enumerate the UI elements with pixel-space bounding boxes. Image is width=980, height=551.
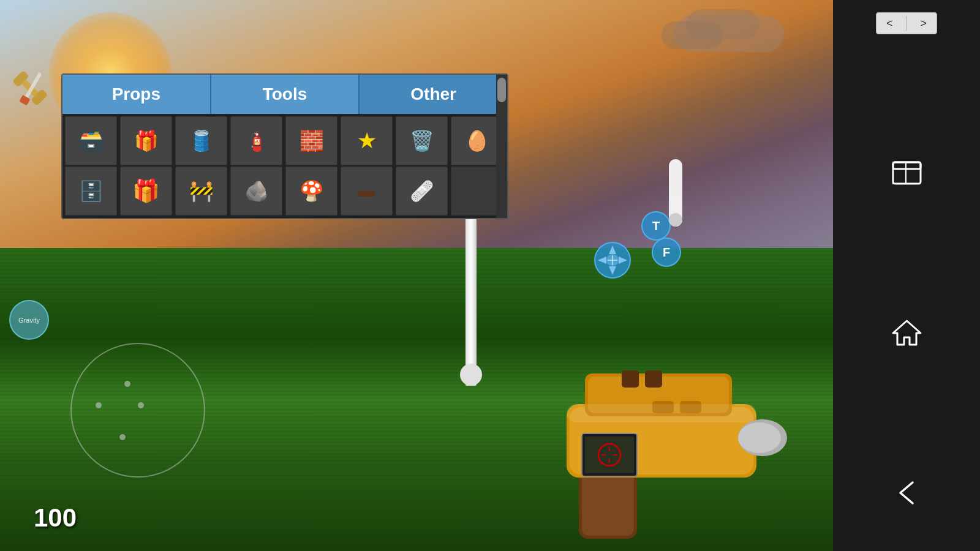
gravity-button[interactable]: Gravity [9,300,49,340]
items-grid: 🗃️ 🎁 🛢️ 🧯 🧱 ★ 🗑️ 🥚 [62,114,507,218]
f-button[interactable]: F [652,238,681,267]
item-empty [451,167,503,216]
game-viewport: Props Tools Other 🗃️ 🎁 🛢️ 🧯 🧱 ★ [0,0,833,551]
svg-rect-35 [893,162,906,184]
svg-point-16 [738,422,781,453]
item-gift-white[interactable]: 🎁 [120,116,172,165]
f-label: F [663,246,670,260]
item-trash-can[interactable]: 🗑️ [396,116,448,165]
back-icon [891,478,922,508]
item-wood-plank[interactable]: ▬ [341,167,393,216]
t-button[interactable]: T [641,211,671,241]
joystick-dot-3 [138,402,144,408]
svg-marker-27 [609,266,616,275]
gift-blue-icon: 🎁 [132,178,160,204]
trash-icon: 🗑️ [410,129,434,152]
svg-rect-33 [893,162,921,184]
scrollbar-thumb[interactable] [497,78,506,102]
medkit-icon: 🩹 [410,179,434,203]
svg-marker-29 [619,257,627,264]
dpad-center[interactable] [594,242,631,279]
tab-other[interactable]: Other [360,75,507,114]
svg-rect-34 [893,162,921,169]
red-barrel-icon: 🧯 [244,129,269,152]
brick-icon: 🧱 [300,129,324,152]
star-icon: ★ [357,128,377,154]
joystick-dot-2 [96,402,102,408]
back-button[interactable] [885,471,928,514]
nav-arrows: < > [876,12,937,34]
hydrant-icon: 🚧 [189,179,214,203]
item-fire-hydrant[interactable]: 🚧 [175,167,227,216]
health-counter: 100 [34,503,77,533]
item-star[interactable]: ★ [341,116,393,165]
tab-tools[interactable]: Tools [211,75,360,114]
svg-marker-26 [609,246,616,254]
svg-marker-28 [598,257,606,264]
svg-rect-25 [567,404,756,422]
item-rock[interactable]: 🪨 [230,167,282,216]
svg-rect-11 [622,370,639,388]
svg-marker-36 [893,321,921,345]
gun-svg [542,343,799,551]
item-chest[interactable]: 🗃️ [65,116,117,165]
t-label: T [652,219,660,233]
tools-icon [9,67,52,110]
tab-props[interactable]: Props [62,75,211,114]
egg-icon: 🥚 [465,129,489,152]
gift-white-icon: 🎁 [134,129,159,152]
gravity-label: Gravity [18,317,40,324]
rock-icon: 🪨 [244,179,269,203]
gun [542,343,799,551]
item-egg[interactable]: 🥚 [451,116,503,165]
right-sidebar: < > [833,0,980,551]
tab-bar: Props Tools Other [62,75,507,114]
vertical-slider[interactable] [669,159,682,227]
scrollbar[interactable] [496,75,507,218]
home-button[interactable] [885,312,928,354]
svg-rect-18 [585,437,634,473]
wood-icon: ▬ [358,181,375,201]
item-red-barrel[interactable]: 🧯 [230,116,282,165]
joystick-dot-1 [124,381,130,387]
item-mushroom[interactable]: 🍄 [285,167,337,216]
window-button[interactable] [885,151,928,194]
chest-icon: 🗃️ [79,129,104,152]
item-barrel[interactable]: 🛢️ [175,116,227,165]
item-brick[interactable]: 🧱 [285,116,337,165]
item-gift-blue[interactable]: 🎁 [120,167,172,216]
nav-divider [906,16,907,31]
barrel-icon: 🛢️ [189,129,214,152]
dpad[interactable] [582,230,643,291]
home-icon [890,316,924,350]
window-icon [890,156,924,190]
item-cabinet[interactable]: 🗄️ [65,167,117,216]
item-picker: Props Tools Other 🗃️ 🎁 🛢️ 🧯 🧱 ★ [61,73,508,219]
nav-right-arrow[interactable]: > [914,15,933,32]
svg-rect-12 [645,370,662,388]
gun-body [542,343,799,551]
clouds [612,9,784,70]
joystick-dot-4 [119,434,126,440]
item-medkit[interactable]: 🩹 [396,167,448,216]
slider-handle[interactable] [669,213,682,227]
mushroom-icon: 🍄 [300,179,324,203]
nav-left-arrow[interactable]: < [880,15,899,32]
joystick[interactable] [70,343,205,478]
cabinet-icon: 🗄️ [79,179,104,203]
